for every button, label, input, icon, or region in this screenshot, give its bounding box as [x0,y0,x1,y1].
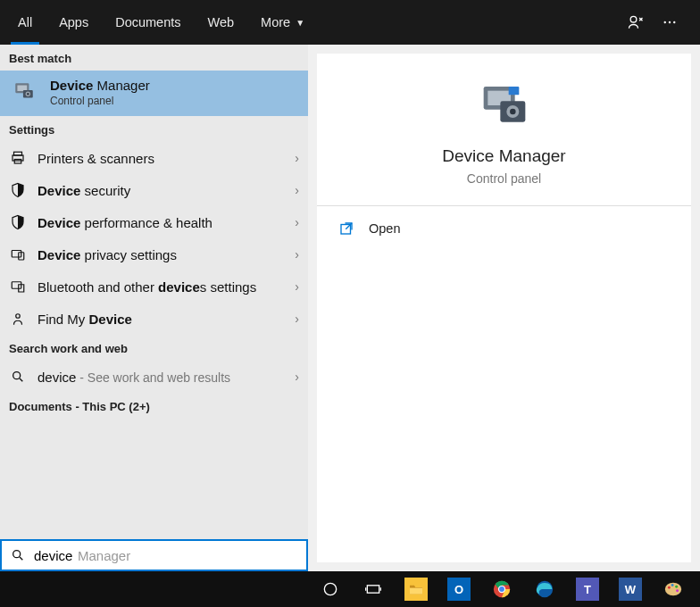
printer-icon [9,149,27,167]
tab-documents[interactable]: Documents [103,0,193,45]
svg-point-1 [664,21,666,23]
settings-item-device-performance[interactable]: Device performance & health › [0,206,308,238]
taskbar-outlook[interactable]: O [439,571,479,607]
more-options-icon[interactable] [655,8,684,37]
svg-point-16 [13,372,21,379]
tab-web[interactable]: Web [196,0,247,45]
preview-open-label: Open [369,221,400,236]
chevron-down-icon: ▼ [296,18,304,28]
search-input-wrap: Manager [0,539,308,571]
taskbar-chrome[interactable] [482,571,521,607]
svg-point-29 [499,586,504,592]
taskbar-teams[interactable]: T [568,571,607,607]
settings-item-label: Bluetooth and other devices settings [38,279,295,295]
svg-rect-11 [14,160,21,164]
preview-panel-wrap: Device Manager Control panel Open [308,45,700,571]
svg-point-15 [16,314,21,319]
search-input[interactable] [34,541,306,570]
taskbar-taskview[interactable] [354,571,393,607]
settings-item-find-my-device[interactable]: Find My Device › [0,303,308,335]
preview-panel: Device Manager Control panel Open [317,54,691,562]
svg-point-32 [668,586,671,589]
tab-more[interactable]: More▼ [248,0,317,45]
settings-header: Settings [0,116,308,142]
best-match-header: Best match [0,45,308,71]
best-match-result[interactable]: Device Manager Control panel [0,71,308,116]
settings-item-label: Find My Device [38,312,295,327]
settings-item-bluetooth[interactable]: Bluetooth and other devices settings › [0,270,308,303]
web-result-device[interactable]: device - See work and web results › [0,361,308,393]
chevron-right-icon: › [295,247,299,262]
svg-rect-14 [12,282,21,289]
chevron-right-icon: › [295,183,299,197]
preview-subtitle: Control panel [467,171,541,186]
web-result-label: device - See work and web results [38,370,295,385]
settings-item-label: Device privacy settings [38,247,295,262]
svg-point-24 [13,551,21,558]
svg-point-35 [676,589,679,592]
settings-item-printers[interactable]: Printers & scanners › [0,142,308,174]
chevron-right-icon: › [295,151,299,165]
svg-point-25 [324,583,336,595]
tab-all[interactable]: All [5,0,45,45]
settings-item-label: Device performance & health [38,215,295,230]
best-match-subtitle: Control panel [50,95,299,107]
chevron-right-icon: › [295,279,299,294]
search-icon [9,368,27,386]
search-results-main: Best match Device Manager Control panel … [0,45,700,571]
preview-open-action[interactable]: Open [317,206,691,251]
findmy-icon [9,310,27,328]
settings-item-label: Device security [38,183,295,198]
taskbar-paint[interactable] [654,571,693,607]
tab-apps[interactable]: Apps [46,0,101,45]
shield-icon [9,181,27,199]
chevron-right-icon: › [295,312,299,326]
settings-item-device-security[interactable]: Device security › [0,174,308,206]
chevron-right-icon: › [295,370,299,384]
svg-point-34 [675,586,678,588]
feedback-icon[interactable] [621,8,650,37]
settings-item-device-privacy[interactable]: Device privacy settings › [0,238,308,270]
results-panel: Best match Device Manager Control panel … [0,45,308,571]
taskbar-cortana[interactable] [311,571,350,607]
best-match-title: Device Manager [50,78,299,93]
svg-point-0 [630,16,637,22]
svg-point-8 [27,93,29,95]
preview-title: Device Manager [442,146,565,166]
device-manager-large-icon [479,80,529,130]
svg-rect-22 [508,87,519,95]
device-manager-icon [12,79,36,103]
svg-point-21 [510,109,516,115]
search-icon [2,548,34,562]
svg-point-33 [671,584,674,586]
shield-icon [9,213,27,231]
bluetooth-icon [9,278,27,295]
search-scope-tabs: All Apps Documents Web More▼ [0,0,700,45]
svg-point-2 [669,21,671,23]
search-work-web-header: Search work and web [0,335,308,361]
settings-item-label: Printers & scanners [38,151,295,166]
taskbar-edge[interactable] [525,571,564,607]
taskbar-explorer[interactable] [396,571,436,607]
privacy-icon [9,245,27,263]
taskbar-word[interactable]: W [611,571,650,607]
taskbar: O T W [0,571,700,607]
open-icon [338,220,354,237]
svg-rect-12 [12,251,21,258]
svg-rect-26 [367,586,379,593]
chevron-right-icon: › [295,215,299,229]
documents-header: Documents - This PC (2+) [0,393,308,419]
svg-point-3 [673,21,675,23]
